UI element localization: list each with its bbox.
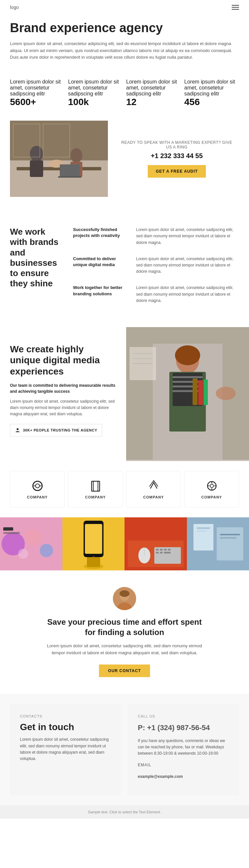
svg-rect-49 xyxy=(3,527,13,531)
brand-item-0: Successfully finished projects with crea… xyxy=(73,227,239,246)
our-contact-button[interactable]: OUR CONTACT xyxy=(99,664,150,677)
contacts-heading: Get in touch xyxy=(20,722,111,733)
svg-rect-1 xyxy=(10,121,108,160)
office-image-svg xyxy=(10,121,108,197)
svg-rect-3 xyxy=(17,167,101,170)
stat-text-1: Lorem ipsum dolor sit amet, consetetur s… xyxy=(68,79,123,97)
svg-point-4 xyxy=(30,146,43,162)
call-box: CALL US P: +1 (324) 987-56-54 If you hav… xyxy=(128,704,239,796)
svg-rect-50 xyxy=(3,532,20,534)
stat-text-3: Lorem ipsum dolor sit amet, consetetur s… xyxy=(184,79,239,97)
brand-item-2: Work together for better branding soluti… xyxy=(73,285,239,304)
svg-rect-74 xyxy=(220,534,240,535)
brands-heading: We work with brands and businesses to en… xyxy=(10,227,63,314)
svg-rect-37 xyxy=(93,481,98,491)
logo-icon-2 xyxy=(147,479,160,493)
svg-rect-64 xyxy=(156,552,159,554)
person-icon xyxy=(15,428,20,433)
cta-box: READY TO SPEAK WITH A MARKETING EXPERT? … xyxy=(114,121,239,197)
cta-phone: +1 232 333 44 55 xyxy=(121,152,232,160)
testimonial-description: Lorem ipsum dolor sit amet, consetetur s… xyxy=(45,643,204,656)
svg-rect-62 xyxy=(164,549,167,551)
brand-item-desc-0: Lorem ipsum dolor sit amet, consetetur s… xyxy=(136,227,239,246)
footer: Sample text. Click to select the Text El… xyxy=(0,805,249,818)
svg-point-39 xyxy=(210,484,214,488)
logo-label-2: COMPANY xyxy=(143,495,164,499)
svg-rect-72 xyxy=(197,531,206,532)
brand-item-desc-2: Lorem ipsum dolor sit amet, consetetur s… xyxy=(136,285,239,304)
logo-icon-1 xyxy=(89,479,102,493)
footer-text: Sample text. Click to select the Text El… xyxy=(88,810,161,814)
contacts-description: Lorem ipsum dolor sit amet, consetetur s… xyxy=(20,737,111,762)
brand-item-desc-1: Lorem ipsum dolor sit amet, consetetur s… xyxy=(136,256,239,275)
stat-number-2: 12 xyxy=(126,97,181,107)
svg-point-47 xyxy=(40,544,53,557)
hero-section: Brand experience agency Lorem ipsum dolo… xyxy=(0,14,249,79)
stat-item-3: Lorem ipsum dolor sit amet, consetetur s… xyxy=(184,79,239,107)
svg-point-48 xyxy=(18,549,28,559)
svg-point-13 xyxy=(17,428,19,430)
contact-section: CONTACTS Get in touch Lorem ipsum dolor … xyxy=(0,694,249,805)
svg-rect-36 xyxy=(92,481,100,491)
hamburger-button[interactable] xyxy=(232,5,239,10)
svg-rect-12 xyxy=(58,176,81,178)
digital-description: Lorem ipsum dolor sit amet, consetetur s… xyxy=(10,398,116,417)
svg-rect-23 xyxy=(173,390,202,392)
contacts-box: CONTACTS Get in touch Lorem ipsum dolor … xyxy=(10,704,121,796)
call-phone: P: +1 (324) 987-56-54 xyxy=(138,722,229,734)
contacts-label: CONTACTS xyxy=(20,714,111,719)
stat-item-0: Lorem ipsum dolor sit amet, consetetur s… xyxy=(10,79,65,107)
svg-point-6 xyxy=(71,148,82,163)
free-audit-button[interactable]: GET A FREE AUDIT xyxy=(148,165,206,178)
portfolio-item-2 xyxy=(124,517,187,570)
svg-point-33 xyxy=(35,484,39,488)
svg-rect-63 xyxy=(168,549,171,551)
trust-badge: 30K+ PEOPLE TRUSTING THE AGENCY xyxy=(10,424,102,436)
digital-left: We create highly unique digital media ex… xyxy=(0,327,126,461)
svg-rect-20 xyxy=(173,376,202,378)
svg-rect-75 xyxy=(220,537,237,538)
svg-rect-65 xyxy=(160,552,163,554)
hero-title: Brand experience agency xyxy=(10,21,239,35)
brands-section: We work with brands and businesses to en… xyxy=(0,213,249,327)
digital-section: We create highly unique digital media ex… xyxy=(0,327,249,461)
logos-section: COMPANY COMPANY COMPANY xyxy=(0,461,249,517)
stat-item-2: Lorem ipsum dolor sit amet, consetetur s… xyxy=(126,79,181,107)
stat-number-3: 456 xyxy=(184,97,239,107)
logo-icon-0 xyxy=(31,479,44,493)
brands-items: Successfully finished projects with crea… xyxy=(73,227,239,314)
hero-description: Lorem ipsum dolor sit amet, consectetur … xyxy=(10,40,236,61)
brand-item-title-1: Committed to deliver unique digital medi… xyxy=(73,256,130,275)
call-description: If you have any questions, comments or i… xyxy=(138,738,229,757)
brands-heading-text: We work with brands and businesses to en… xyxy=(10,227,63,289)
portfolio-item-1 xyxy=(62,517,125,570)
svg-rect-5 xyxy=(30,160,43,177)
svg-point-17 xyxy=(175,345,200,365)
email-value: example@example.com xyxy=(138,774,229,780)
brand-item-title-2: Work together for better branding soluti… xyxy=(73,285,130,304)
stat-item-1: Lorem ipsum dolor sit amet, consetetur s… xyxy=(68,79,123,107)
svg-rect-61 xyxy=(160,549,163,551)
portfolio-item-3 xyxy=(187,517,249,570)
stat-number-0: 5600+ xyxy=(10,97,65,107)
logo-card-3: COMPANY xyxy=(184,471,239,507)
svg-point-46 xyxy=(25,529,42,546)
stats-section: Lorem ipsum dolor sit amet, consetetur s… xyxy=(0,79,249,107)
svg-rect-60 xyxy=(156,549,159,551)
image-cta-section: READY TO SPEAK WITH A MARKETING EXPERT? … xyxy=(0,114,249,204)
portfolio-item-0 xyxy=(0,517,62,570)
stat-number-1: 100k xyxy=(68,97,123,107)
svg-rect-24 xyxy=(193,378,197,405)
logo-icon-3 xyxy=(205,479,218,493)
svg-rect-71 xyxy=(197,527,210,529)
logo-card-0: COMPANY xyxy=(10,471,65,507)
brand-item-title-0: Successfully finished projects with crea… xyxy=(73,227,130,246)
stat-text-0: Lorem ipsum dolor sit amet, consetetur s… xyxy=(10,79,65,97)
svg-rect-56 xyxy=(87,557,100,567)
svg-rect-66 xyxy=(164,552,171,554)
svg-point-31 xyxy=(216,387,236,400)
svg-rect-11 xyxy=(60,164,80,177)
logo-label-3: COMPANY xyxy=(201,495,222,499)
testimonial-section: Save your precious time and effort spent… xyxy=(0,570,249,694)
digital-right-image xyxy=(126,327,249,461)
